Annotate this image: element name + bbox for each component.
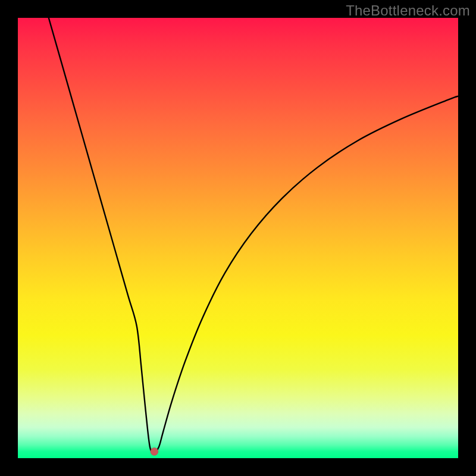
watermark-text: TheBottleneck.com — [346, 2, 470, 19]
bottleneck-curve-line — [49, 18, 458, 452]
chart-plot-area — [18, 18, 458, 458]
chart-svg — [18, 18, 458, 458]
minimum-marker-dot — [151, 447, 158, 455]
